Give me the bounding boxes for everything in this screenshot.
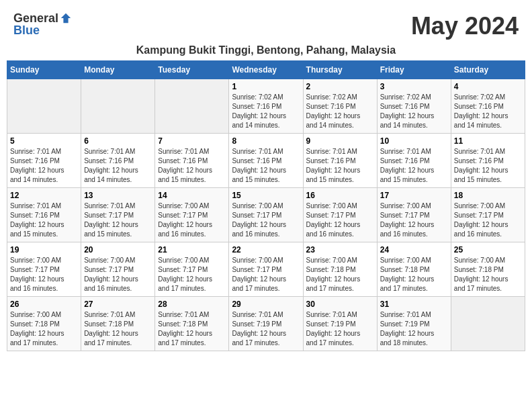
day-info: Sunrise: 7:01 AMSunset: 7:18 PMDaylight:… bbox=[158, 310, 226, 348]
calendar-day-cell: 16Sunrise: 7:00 AMSunset: 7:17 PMDayligh… bbox=[303, 188, 377, 242]
day-number: 13 bbox=[84, 191, 152, 200]
day-info: Sunrise: 7:01 AMSunset: 7:16 PMDaylight:… bbox=[84, 147, 152, 185]
calendar-day-cell: 5Sunrise: 7:01 AMSunset: 7:16 PMDaylight… bbox=[7, 134, 81, 188]
day-info: Sunrise: 7:00 AMSunset: 7:17 PMDaylight:… bbox=[454, 201, 522, 239]
day-number: 19 bbox=[10, 245, 78, 255]
weekday-header-cell: Thursday bbox=[303, 61, 377, 79]
calendar-day-cell: 30Sunrise: 7:01 AMSunset: 7:19 PMDayligh… bbox=[303, 297, 377, 351]
calendar-day-cell: 8Sunrise: 7:01 AMSunset: 7:16 PMDaylight… bbox=[229, 134, 303, 188]
day-info: Sunrise: 7:01 AMSunset: 7:16 PMDaylight:… bbox=[232, 147, 300, 185]
location-title: Kampung Bukit Tinggi, Bentong, Pahang, M… bbox=[7, 43, 525, 60]
calendar-day-cell: 24Sunrise: 7:00 AMSunset: 7:18 PMDayligh… bbox=[377, 242, 451, 297]
calendar-day-cell: 20Sunrise: 7:00 AMSunset: 7:17 PMDayligh… bbox=[81, 242, 155, 297]
month-year-title: May 2024 bbox=[411, 12, 519, 40]
day-number: 30 bbox=[306, 300, 374, 309]
day-number: 17 bbox=[380, 191, 448, 200]
day-number: 11 bbox=[454, 136, 522, 146]
weekday-header-cell: Friday bbox=[377, 61, 451, 79]
day-info: Sunrise: 7:00 AMSunset: 7:17 PMDaylight:… bbox=[158, 256, 226, 293]
calendar-week-row: 19Sunrise: 7:00 AMSunset: 7:17 PMDayligh… bbox=[7, 242, 525, 297]
calendar-day-cell: 10Sunrise: 7:01 AMSunset: 7:16 PMDayligh… bbox=[377, 134, 451, 188]
calendar-day-cell: 15Sunrise: 7:00 AMSunset: 7:17 PMDayligh… bbox=[229, 188, 303, 242]
day-number: 21 bbox=[158, 245, 226, 255]
calendar-week-row: 5Sunrise: 7:01 AMSunset: 7:16 PMDaylight… bbox=[7, 134, 525, 188]
calendar-week-row: 1Sunrise: 7:02 AMSunset: 7:16 PMDaylight… bbox=[7, 79, 525, 134]
calendar-day-cell bbox=[155, 79, 229, 134]
day-info: Sunrise: 7:00 AMSunset: 7:17 PMDaylight:… bbox=[380, 201, 448, 239]
day-info: Sunrise: 7:00 AMSunset: 7:17 PMDaylight:… bbox=[232, 201, 300, 239]
calendar-day-cell: 1Sunrise: 7:02 AMSunset: 7:16 PMDaylight… bbox=[229, 79, 303, 134]
calendar-day-cell: 14Sunrise: 7:00 AMSunset: 7:17 PMDayligh… bbox=[155, 188, 229, 242]
day-info: Sunrise: 7:02 AMSunset: 7:16 PMDaylight:… bbox=[454, 93, 522, 130]
calendar-table: SundayMondayTuesdayWednesdayThursdayFrid… bbox=[7, 60, 525, 351]
day-number: 9 bbox=[306, 136, 374, 146]
calendar-day-cell: 6Sunrise: 7:01 AMSunset: 7:16 PMDaylight… bbox=[81, 134, 155, 188]
day-info: Sunrise: 7:00 AMSunset: 7:17 PMDaylight:… bbox=[232, 256, 300, 293]
day-info: Sunrise: 7:01 AMSunset: 7:16 PMDaylight:… bbox=[306, 147, 374, 185]
day-number: 8 bbox=[232, 136, 300, 146]
day-info: Sunrise: 7:00 AMSunset: 7:18 PMDaylight:… bbox=[10, 310, 78, 348]
day-number: 24 bbox=[380, 245, 448, 255]
day-info: Sunrise: 7:00 AMSunset: 7:17 PMDaylight:… bbox=[306, 201, 374, 239]
day-info: Sunrise: 7:00 AMSunset: 7:18 PMDaylight:… bbox=[306, 256, 374, 293]
weekday-header-cell: Monday bbox=[81, 61, 155, 79]
day-info: Sunrise: 7:01 AMSunset: 7:16 PMDaylight:… bbox=[454, 147, 522, 185]
day-info: Sunrise: 7:02 AMSunset: 7:16 PMDaylight:… bbox=[232, 93, 300, 130]
calendar-day-cell: 22Sunrise: 7:00 AMSunset: 7:17 PMDayligh… bbox=[229, 242, 303, 297]
day-number: 27 bbox=[84, 300, 152, 309]
weekday-header-row: SundayMondayTuesdayWednesdayThursdayFrid… bbox=[7, 61, 525, 79]
day-number: 2 bbox=[306, 82, 374, 91]
svg-marker-0 bbox=[61, 13, 71, 23]
calendar-day-cell: 12Sunrise: 7:01 AMSunset: 7:16 PMDayligh… bbox=[7, 188, 81, 242]
calendar-day-cell: 17Sunrise: 7:00 AMSunset: 7:17 PMDayligh… bbox=[377, 188, 451, 242]
day-number: 26 bbox=[10, 300, 78, 309]
day-info: Sunrise: 7:00 AMSunset: 7:17 PMDaylight:… bbox=[84, 256, 152, 293]
calendar-day-cell: 31Sunrise: 7:01 AMSunset: 7:19 PMDayligh… bbox=[377, 297, 451, 351]
calendar-week-row: 26Sunrise: 7:00 AMSunset: 7:18 PMDayligh… bbox=[7, 297, 525, 351]
calendar-week-row: 12Sunrise: 7:01 AMSunset: 7:16 PMDayligh… bbox=[7, 188, 525, 242]
day-number: 23 bbox=[306, 245, 374, 255]
calendar-day-cell: 3Sunrise: 7:02 AMSunset: 7:16 PMDaylight… bbox=[377, 79, 451, 134]
logo-general-text: General bbox=[13, 12, 58, 24]
day-info: Sunrise: 7:01 AMSunset: 7:19 PMDaylight:… bbox=[232, 310, 300, 348]
day-info: Sunrise: 7:01 AMSunset: 7:16 PMDaylight:… bbox=[158, 147, 226, 185]
day-number: 14 bbox=[158, 191, 226, 200]
calendar-day-cell: 26Sunrise: 7:00 AMSunset: 7:18 PMDayligh… bbox=[7, 297, 81, 351]
calendar-day-cell: 4Sunrise: 7:02 AMSunset: 7:16 PMDaylight… bbox=[451, 79, 525, 134]
day-number: 22 bbox=[232, 245, 300, 255]
day-info: Sunrise: 7:01 AMSunset: 7:16 PMDaylight:… bbox=[10, 201, 78, 239]
day-number: 6 bbox=[84, 136, 152, 146]
day-info: Sunrise: 7:02 AMSunset: 7:16 PMDaylight:… bbox=[380, 93, 448, 130]
day-number: 10 bbox=[380, 136, 448, 146]
day-number: 5 bbox=[10, 136, 78, 146]
day-number: 28 bbox=[158, 300, 226, 309]
day-number: 18 bbox=[454, 191, 522, 200]
day-info: Sunrise: 7:01 AMSunset: 7:18 PMDaylight:… bbox=[84, 310, 152, 348]
calendar-day-cell: 28Sunrise: 7:01 AMSunset: 7:18 PMDayligh… bbox=[155, 297, 229, 351]
day-info: Sunrise: 7:02 AMSunset: 7:16 PMDaylight:… bbox=[306, 93, 374, 130]
day-info: Sunrise: 7:01 AMSunset: 7:16 PMDaylight:… bbox=[380, 147, 448, 185]
weekday-header-cell: Sunday bbox=[7, 61, 81, 79]
page-header: General Blue May 2024 bbox=[7, 7, 525, 43]
calendar-day-cell bbox=[7, 79, 81, 134]
day-number: 7 bbox=[158, 136, 226, 146]
weekday-header-cell: Wednesday bbox=[229, 61, 303, 79]
day-number: 4 bbox=[454, 82, 522, 91]
calendar-day-cell: 29Sunrise: 7:01 AMSunset: 7:19 PMDayligh… bbox=[229, 297, 303, 351]
day-number: 16 bbox=[306, 191, 374, 200]
day-number: 25 bbox=[454, 245, 522, 255]
calendar-day-cell: 7Sunrise: 7:01 AMSunset: 7:16 PMDaylight… bbox=[155, 134, 229, 188]
calendar-day-cell: 23Sunrise: 7:00 AMSunset: 7:18 PMDayligh… bbox=[303, 242, 377, 297]
day-number: 1 bbox=[232, 82, 300, 91]
calendar-day-cell: 11Sunrise: 7:01 AMSunset: 7:16 PMDayligh… bbox=[451, 134, 525, 188]
day-number: 12 bbox=[10, 191, 78, 200]
day-number: 3 bbox=[380, 82, 448, 91]
logo-icon bbox=[60, 12, 72, 24]
logo: General Blue bbox=[13, 12, 72, 36]
calendar-day-cell: 2Sunrise: 7:02 AMSunset: 7:16 PMDaylight… bbox=[303, 79, 377, 134]
logo-blue-text: Blue bbox=[13, 24, 40, 36]
calendar-day-cell bbox=[81, 79, 155, 134]
day-number: 20 bbox=[84, 245, 152, 255]
day-info: Sunrise: 7:00 AMSunset: 7:17 PMDaylight:… bbox=[10, 256, 78, 293]
day-info: Sunrise: 7:01 AMSunset: 7:16 PMDaylight:… bbox=[10, 147, 78, 185]
